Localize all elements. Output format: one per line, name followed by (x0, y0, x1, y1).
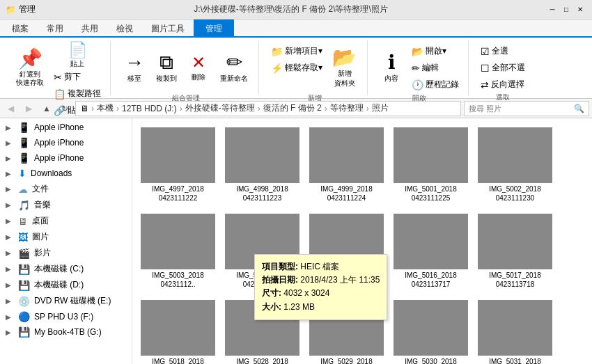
expand-icon-f: ▶ (6, 313, 14, 321)
sidebar-item-videos[interactable]: ▶ 🎬 影片 (0, 245, 132, 261)
sidebar-item-iphone-1[interactable]: ▶ 📱 Apple iPhone (0, 120, 132, 135)
drive-c-label: 本機磁碟 (C:) (34, 263, 126, 275)
up-button[interactable]: ▲ (39, 101, 54, 116)
forward-button[interactable]: ▶ (21, 101, 36, 116)
file-item-5001[interactable]: IMG_5001_20180423111225 (391, 124, 471, 206)
sidebar-item-desktop[interactable]: ▶ 🖥 桌面 (0, 213, 132, 229)
easy-access-button[interactable]: ⚡ 輕鬆存取▾ (267, 60, 326, 76)
thumb-label-5017: IMG_5017_20180423113718 (489, 271, 541, 289)
file-item-5014[interactable]: IMG_5014_201804231135.. (306, 210, 387, 292)
refresh-button[interactable]: ↻ (57, 101, 72, 116)
invert-select-button[interactable]: ⇄ 反向選擇 (477, 77, 529, 93)
sidebar-item-pictures[interactable]: ▶ 🖼 圖片 (0, 229, 132, 245)
breadcrumb-folder3[interactable]: 等待整理 (330, 102, 364, 114)
back-button[interactable]: ◀ (3, 101, 18, 116)
cut-button[interactable]: ✂ 剪下 (50, 69, 104, 85)
file-item-5029[interactable]: IMG_5029_20180423114006 (306, 296, 387, 364)
ribbon-group-open: ℹ 內容 📂 開啟▾ ✏ 編輯 🕐 歷程記錄 開啟 (371, 40, 469, 95)
breadcrumb-folder2[interactable]: 復活的 F 備份 2 (263, 102, 322, 114)
ribbon-group-new: 📁 新增項目▾ ⚡ 輕鬆存取▾ 📂 新增資料夾 新增 (262, 40, 368, 95)
tab-home[interactable]: 常用 (38, 19, 72, 38)
file-item-5018[interactable]: IMG_5018_201804231138.. (138, 296, 218, 364)
move-to-button[interactable]: → 移至 (119, 43, 150, 93)
sidebar-item-documents[interactable]: ▶ ☁ 文件 (0, 181, 132, 197)
drive-f-icon: 🔵 (18, 311, 30, 322)
file-item-4998[interactable]: IMG_4998_20180423111223 (222, 124, 302, 206)
sidebar-item-drive-f[interactable]: ▶ 🔵 SP PHD U3 (F:) (0, 309, 132, 324)
edit-button[interactable]: ✏ 編輯 (408, 60, 462, 76)
sidebar-item-dvd[interactable]: ▶ 💿 DVD RW 磁碟機 (E:) (0, 293, 132, 309)
file-item-4997[interactable]: IMG_4997_20180423111222 (138, 124, 218, 206)
new-small-col: 📁 新增項目▾ ⚡ 輕鬆存取▾ (267, 43, 326, 76)
file-item-5002[interactable]: IMG_5002_20180423111230 (475, 124, 555, 206)
pin-icon: 📌 (18, 49, 42, 69)
file-item-5030[interactable]: IMG_5030_20180423114007 (391, 296, 471, 364)
copy-icon: 📋 (54, 88, 65, 100)
delete-button[interactable]: ✕ 刪除 (183, 43, 214, 93)
downloads-label: Downloads (31, 168, 126, 178)
iphone-icon-3: 📱 (18, 152, 30, 164)
paste-button[interactable]: 📄 貼上 (50, 43, 104, 68)
breadcrumb-photos[interactable]: 照片 (372, 102, 389, 114)
maximize-button[interactable]: □ (560, 3, 572, 16)
new-folder-button[interactable]: 📂 新增資料夾 (327, 43, 361, 93)
thumb-label-5003: IMG_5003_201804231112.. (152, 271, 204, 289)
thumb-4998 (225, 127, 299, 183)
file-item-5031[interactable]: IMG_5031_20180423114021 (475, 296, 555, 364)
tab-picture-tools[interactable]: 圖片工具 (142, 19, 194, 38)
properties-button[interactable]: ℹ 內容 (376, 43, 407, 93)
tab-file[interactable]: 檔案 (3, 19, 38, 38)
copy-to-button[interactable]: ⧉ 複製到 (151, 43, 182, 93)
sidebar-item-drive-d[interactable]: ▶ 💾 本機磁碟 (D:) (0, 277, 132, 293)
file-item-5016[interactable]: IMG_5016_20180423113717 (391, 210, 471, 292)
sidebar-item-drive-c[interactable]: ▶ 💾 本機磁碟 (C:) (0, 261, 132, 277)
search-input[interactable] (469, 104, 571, 113)
file-item-5028[interactable]: IMG_5028_20180423113958 (222, 296, 302, 364)
mybook-label: My Book-4TB (G:) (34, 327, 126, 337)
iphone-label-2: Apple iPhone (34, 138, 126, 148)
new-item-button[interactable]: 📁 新增項目▾ (267, 43, 326, 59)
cut-icon: ✂ (54, 72, 62, 83)
copy-button[interactable]: 📋 複製路徑 (50, 86, 104, 102)
sidebar-item-mybook[interactable]: ▶ 💾 My Book-4TB (G:) (0, 324, 132, 340)
select-none-button[interactable]: ☐ 全部不選 (477, 60, 529, 76)
breadcrumb-machine[interactable]: 本機 (97, 102, 114, 114)
new-content: 📁 新增項目▾ ⚡ 輕鬆存取▾ 📂 新增資料夾 (267, 40, 361, 93)
thumb-label-5013: IMG_5013_20180423113511 (236, 271, 288, 289)
expand-icon-music: ▶ (6, 201, 14, 209)
tab-view[interactable]: 檢視 (107, 19, 142, 38)
sidebar-item-iphone-3[interactable]: ▶ 📱 Apple iPhone (0, 150, 132, 166)
sidebar-item-iphone-2[interactable]: ▶ 📱 Apple iPhone (0, 135, 132, 150)
thumb-label-5029: IMG_5029_20180423114006 (320, 357, 373, 364)
open-icon: 📂 (412, 46, 423, 57)
rename-button[interactable]: ✏ 重新命名 (215, 43, 253, 93)
open-button[interactable]: 📂 開啟▾ (408, 43, 462, 59)
file-item-5003[interactable]: IMG_5003_201804231112.. (138, 210, 218, 292)
close-button[interactable]: ✕ (574, 3, 586, 16)
tab-manage[interactable]: 管理 (194, 19, 234, 38)
ribbon-group-select: ☑ 全選 ☐ 全部不選 ⇄ 反向選擇 選取 (472, 40, 534, 95)
file-item-4999[interactable]: IMG_4999_20180423111224 (306, 124, 387, 206)
documents-icon: ☁ (18, 184, 28, 195)
history-button[interactable]: 🕐 歷程記錄 (408, 77, 462, 93)
select-all-button[interactable]: ☑ 全選 (477, 43, 529, 59)
window-controls[interactable]: ─ □ ✕ (546, 3, 586, 16)
search-box[interactable]: 🔍 (464, 101, 589, 116)
search-icon: 🔍 (574, 104, 584, 113)
iphone-label-3: Apple iPhone (34, 153, 126, 163)
thumb-label-5016: IMG_5016_20180423113717 (405, 271, 457, 289)
breadcrumb-drive[interactable]: 12TB HDD (J:) (122, 104, 177, 113)
select-none-icon: ☐ (481, 63, 490, 74)
file-item-5013[interactable]: IMG_5013_20180423113511 (222, 210, 302, 292)
sidebar-item-downloads[interactable]: ▶ ⬇ Downloads (0, 166, 132, 181)
sidebar-item-music[interactable]: ▶ 🎵 音樂 (0, 197, 132, 213)
tab-share[interactable]: 共用 (72, 19, 107, 38)
file-item-5017[interactable]: IMG_5017_20180423113718 (475, 210, 555, 292)
iphone-icon-2: 📱 (18, 137, 30, 148)
expand-icon-pictures: ▶ (6, 233, 14, 241)
minimize-button[interactable]: ─ (546, 3, 559, 16)
drive-f-label: SP PHD U3 (F:) (34, 312, 126, 322)
expand-icon-1: ▶ (6, 124, 14, 132)
breadcrumb-folder1[interactable]: 外接硬碟-等待整理 (185, 102, 255, 114)
pin-button[interactable]: 📌 釘選到快速存取 (11, 43, 49, 93)
